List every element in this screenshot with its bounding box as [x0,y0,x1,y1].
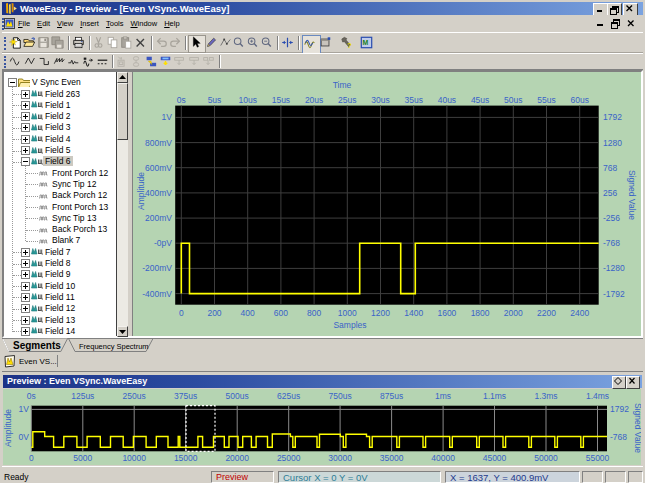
svg-text:Samples: Samples [333,320,366,330]
svg-text:1V: 1V [19,404,30,414]
svg-text:?: ? [347,41,352,49]
svg-text:1000: 1000 [338,308,357,318]
svg-text:1V: 1V [162,112,173,122]
svg-text:45000: 45000 [483,453,507,463]
svg-text:1792: 1792 [610,404,629,414]
svg-text:35000: 35000 [380,453,404,463]
svg-text:400mV: 400mV [145,188,172,198]
svg-text:55us: 55us [537,95,555,105]
svg-text:0: 0 [29,453,34,463]
svg-text:600: 600 [274,308,288,318]
svg-text:1800: 1800 [471,308,490,318]
svg-text:45us: 45us [471,95,489,105]
svg-text:400: 400 [241,308,255,318]
svg-text:20us: 20us [305,95,323,105]
svg-text:40us: 40us [438,95,456,105]
svg-text:10us: 10us [238,95,256,105]
svg-text:768: 768 [603,163,617,173]
svg-text:30us: 30us [371,95,389,105]
svg-text:0V: 0V [19,432,30,442]
svg-text:40000: 40000 [431,453,455,463]
svg-text:50us: 50us [504,95,522,105]
svg-text:1792: 1792 [603,112,622,122]
svg-text:1400: 1400 [404,308,423,318]
svg-text:-0pV: -0pV [154,238,172,248]
svg-text:125us: 125us [71,391,94,401]
svg-text:250us: 250us [123,391,146,401]
svg-text:-400mV: -400mV [142,289,172,299]
svg-text:-1792: -1792 [603,289,625,299]
svg-text:-768: -768 [603,238,620,248]
svg-text:375us: 375us [174,391,197,401]
svg-text:0s: 0s [27,391,36,401]
svg-text:2000: 2000 [504,308,523,318]
svg-text:2400: 2400 [570,308,589,318]
svg-text:-200mV: -200mV [142,263,172,273]
svg-text:1.1ms: 1.1ms [483,391,506,401]
svg-text:2200: 2200 [537,308,556,318]
svg-text:0: 0 [179,308,184,318]
svg-text:750us: 750us [329,391,352,401]
svg-text:50000: 50000 [534,453,558,463]
svg-text:1ms: 1ms [435,391,451,401]
svg-text:10000: 10000 [122,453,146,463]
svg-text:20000: 20000 [225,453,249,463]
svg-text:15000: 15000 [174,453,198,463]
svg-text:15us: 15us [272,95,290,105]
svg-text:800mV: 800mV [145,138,172,148]
svg-text:25000: 25000 [277,453,301,463]
svg-text:Signed Value: Signed Value [627,170,637,220]
svg-text:Amplitude: Amplitude [3,409,13,447]
svg-text:25us: 25us [338,95,356,105]
svg-text:-768: -768 [610,432,627,442]
svg-text:30000: 30000 [328,453,352,463]
svg-text:Segments: Segments [13,340,61,351]
svg-text:-256: -256 [603,213,620,223]
svg-text:200: 200 [207,308,221,318]
svg-text:600mV: 600mV [145,163,172,173]
svg-text:5000: 5000 [73,453,92,463]
svg-text:0s: 0s [177,95,186,105]
svg-text:1.3ms: 1.3ms [534,391,557,401]
svg-text:60us: 60us [570,95,588,105]
svg-text:-1280: -1280 [603,263,625,273]
svg-text:875us: 875us [380,391,403,401]
svg-text:55000: 55000 [586,453,610,463]
svg-text:35us: 35us [404,95,422,105]
svg-text:800: 800 [307,308,321,318]
svg-text:1.4ms: 1.4ms [586,391,609,401]
svg-text:500us: 500us [226,391,249,401]
svg-text:Frequency Spectrum: Frequency Spectrum [79,342,149,351]
svg-text:M: M [363,39,369,46]
svg-text:1280: 1280 [603,138,622,148]
svg-text:Amplitude: Amplitude [136,172,146,210]
svg-text:200mV: 200mV [145,213,172,223]
svg-text:1200: 1200 [371,308,390,318]
svg-text:Time: Time [333,80,352,90]
svg-text:5us: 5us [208,95,222,105]
svg-text:625us: 625us [277,391,300,401]
svg-text:1600: 1600 [437,308,456,318]
svg-text:Signed Value: Signed Value [633,403,641,453]
svg-text:256: 256 [603,188,617,198]
